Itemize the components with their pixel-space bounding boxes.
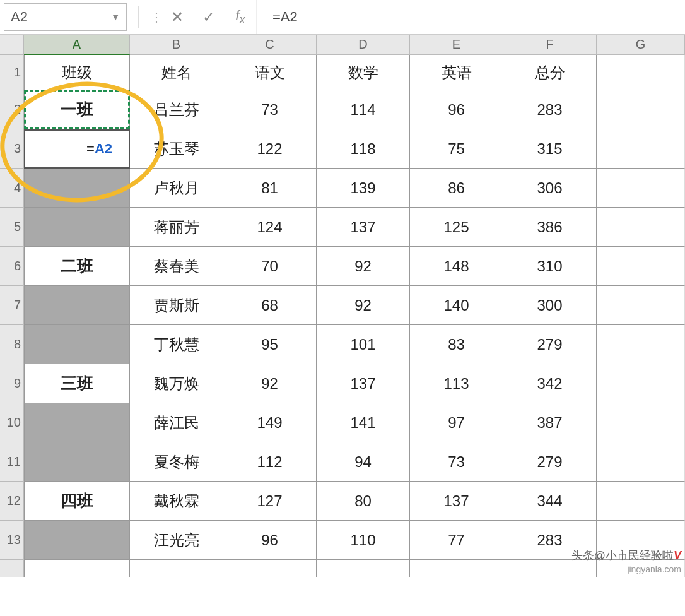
cell-empty[interactable] (597, 208, 685, 247)
cell-blank-selected[interactable] (24, 442, 130, 482)
expand-icon[interactable]: ⋮ (150, 9, 161, 25)
cell-empty[interactable] (317, 560, 410, 578)
cell-empty[interactable] (130, 560, 223, 578)
row-header-2[interactable]: 2 (0, 90, 24, 129)
english-cell[interactable]: 125 (410, 208, 503, 247)
row-header-5[interactable]: 5 (0, 208, 24, 247)
english-cell[interactable]: 83 (410, 325, 503, 364)
english-cell[interactable]: 75 (410, 129, 503, 169)
row-header-9[interactable]: 9 (0, 364, 24, 403)
math-cell[interactable]: 101 (317, 325, 410, 364)
row-header-3[interactable]: 3 (0, 129, 24, 169)
cell-empty[interactable] (597, 55, 685, 90)
row-header-10[interactable]: 10 (0, 403, 24, 442)
math-cell[interactable]: 139 (317, 169, 410, 208)
formula-input[interactable]: =A2 (256, 0, 685, 34)
row-header-6[interactable]: 6 (0, 247, 24, 286)
class-cell[interactable]: 四班 (24, 482, 130, 521)
name-cell[interactable]: 蔡春美 (130, 247, 223, 286)
cell-empty[interactable] (410, 560, 503, 578)
math-cell[interactable]: 110 (317, 521, 410, 560)
column-header-D[interactable]: D (317, 35, 410, 55)
cell-blank-selected[interactable] (24, 169, 130, 208)
row-header-4[interactable]: 4 (0, 169, 24, 208)
name-cell[interactable]: 夏冬梅 (130, 442, 223, 482)
name-cell[interactable]: 丁秋慧 (130, 325, 223, 364)
name-cell[interactable]: 魏万焕 (130, 364, 223, 403)
chinese-cell[interactable]: 92 (223, 364, 317, 403)
cell-empty[interactable] (597, 247, 685, 286)
class-cell[interactable]: 三班 (24, 364, 130, 403)
confirm-button[interactable]: ✓ (193, 8, 225, 26)
column-header-G[interactable]: G (597, 35, 685, 55)
cell-empty[interactable] (597, 403, 685, 442)
cancel-button[interactable]: ✕ (161, 8, 193, 26)
math-cell[interactable]: 92 (317, 247, 410, 286)
cell-empty[interactable] (597, 482, 685, 521)
total-cell[interactable]: 310 (503, 247, 597, 286)
math-cell[interactable]: 92 (317, 286, 410, 325)
total-cell[interactable]: 387 (503, 403, 597, 442)
total-cell[interactable]: 306 (503, 169, 597, 208)
total-cell[interactable]: 386 (503, 208, 597, 247)
chinese-cell[interactable]: 112 (223, 442, 317, 482)
cell-empty[interactable] (597, 129, 685, 169)
name-cell[interactable]: 蒋丽芳 (130, 208, 223, 247)
cell-empty[interactable] (597, 442, 685, 482)
total-cell[interactable]: 279 (503, 442, 597, 482)
cell-blank-selected[interactable] (24, 286, 130, 325)
cell-a2[interactable]: 一班 (24, 90, 130, 129)
cell-empty[interactable] (24, 560, 130, 578)
fx-button[interactable]: fx (225, 8, 256, 27)
math-cell[interactable]: 137 (317, 364, 410, 403)
english-cell[interactable]: 96 (410, 90, 503, 129)
chinese-cell[interactable]: 127 (223, 482, 317, 521)
cell-empty[interactable] (597, 90, 685, 129)
chevron-down-icon[interactable]: ▼ (111, 12, 120, 22)
cell-blank-selected[interactable] (24, 521, 130, 560)
cell-empty[interactable] (597, 364, 685, 403)
column-header-A[interactable]: A (24, 35, 130, 55)
row-header-12[interactable]: 12 (0, 482, 24, 521)
total-cell[interactable]: 283 (503, 90, 597, 129)
english-cell[interactable]: 77 (410, 521, 503, 560)
name-cell[interactable]: 戴秋霖 (130, 482, 223, 521)
chinese-cell[interactable]: 70 (223, 247, 317, 286)
english-cell[interactable]: 113 (410, 364, 503, 403)
column-header-B[interactable]: B (130, 35, 223, 55)
column-header-C[interactable]: C (223, 35, 317, 55)
name-cell[interactable]: 苏玉琴 (130, 129, 223, 169)
name-cell[interactable]: 卢秋月 (130, 169, 223, 208)
chinese-cell[interactable]: 122 (223, 129, 317, 169)
row-header-11[interactable]: 11 (0, 442, 24, 482)
chinese-cell[interactable]: 68 (223, 286, 317, 325)
chinese-cell[interactable]: 96 (223, 521, 317, 560)
row-header-14[interactable] (0, 560, 24, 578)
english-cell[interactable]: 97 (410, 403, 503, 442)
total-cell[interactable]: 344 (503, 482, 597, 521)
math-cell[interactable]: 137 (317, 208, 410, 247)
total-cell[interactable]: 315 (503, 129, 597, 169)
name-cell[interactable]: 贾斯斯 (130, 286, 223, 325)
row-header-7[interactable]: 7 (0, 286, 24, 325)
chinese-cell[interactable]: 124 (223, 208, 317, 247)
math-cell[interactable]: 141 (317, 403, 410, 442)
select-all-corner[interactable] (0, 35, 24, 55)
name-box[interactable]: A2 ▼ (4, 3, 127, 31)
cell-blank-selected[interactable] (24, 208, 130, 247)
column-header-E[interactable]: E (410, 35, 503, 55)
cell-empty[interactable] (597, 325, 685, 364)
cell-blank-selected[interactable] (24, 403, 130, 442)
chinese-cell[interactable]: 149 (223, 403, 317, 442)
english-cell[interactable]: 140 (410, 286, 503, 325)
chinese-cell[interactable]: 73 (223, 90, 317, 129)
cell-blank-selected[interactable] (24, 325, 130, 364)
total-cell[interactable]: 279 (503, 325, 597, 364)
cell-empty[interactable] (223, 560, 317, 578)
name-cell[interactable]: 薛江民 (130, 403, 223, 442)
english-cell[interactable]: 86 (410, 169, 503, 208)
name-cell[interactable]: 汪光亮 (130, 521, 223, 560)
column-header-F[interactable]: F (503, 35, 597, 55)
math-cell[interactable]: 94 (317, 442, 410, 482)
name-cell[interactable]: 吕兰芬 (130, 90, 223, 129)
